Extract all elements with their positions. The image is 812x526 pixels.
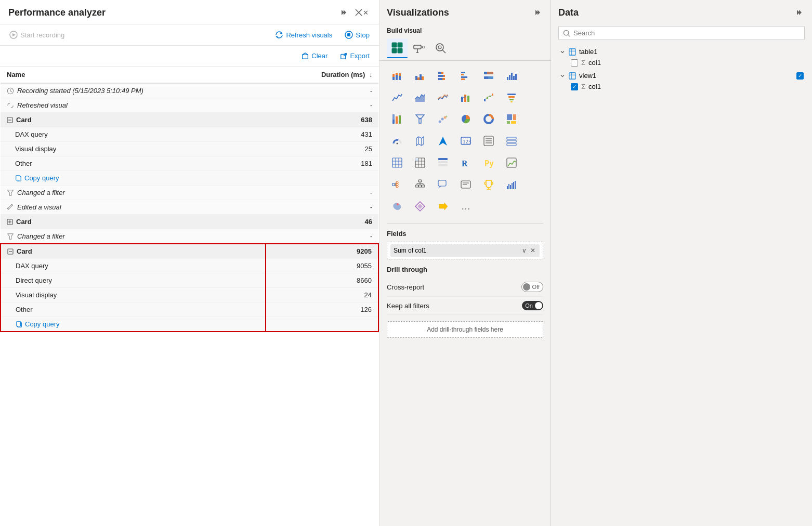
viz-trophy-btn[interactable] — [478, 174, 499, 195]
viz-arrow-right-btn[interactable] — [433, 196, 453, 217]
viz-filter-chart-btn[interactable] — [410, 109, 430, 129]
export-button[interactable]: Export — [336, 49, 374, 63]
viz-python-btn[interactable]: Py — [478, 152, 499, 173]
viz-arrow-up-btn[interactable] — [433, 130, 453, 151]
clear-button[interactable]: Clear — [297, 49, 332, 63]
viz-ribbon-btn[interactable] — [455, 87, 476, 108]
field-collapse-button[interactable]: ∨ — [521, 246, 528, 255]
svg-rect-61 — [507, 77, 508, 80]
row-name-cell: Card — [1, 215, 266, 229]
viz-tab-format[interactable] — [409, 39, 429, 58]
cross-report-toggle[interactable]: Off — [521, 282, 543, 292]
viz-matrix-btn[interactable] — [410, 152, 430, 173]
field-remove-button[interactable]: ✕ — [529, 246, 536, 255]
viz-treemap-btn[interactable] — [501, 109, 522, 129]
viz-table2-btn[interactable] — [433, 152, 453, 173]
svg-rect-64 — [513, 76, 515, 80]
viz-map2-btn[interactable] — [387, 196, 408, 217]
table-row-highlighted-parent[interactable]: Card 9205 — [1, 244, 378, 259]
keep-filters-toggle[interactable]: On — [522, 301, 543, 310]
viz-decomp-btn[interactable] — [387, 174, 408, 195]
viz-stacked-bar-btn[interactable] — [387, 65, 408, 86]
svg-line-8 — [344, 53, 346, 56]
stop-button[interactable]: Stop — [340, 28, 374, 42]
expand-viz-panel-button[interactable] — [531, 6, 543, 19]
viz-map-btn[interactable] — [410, 130, 430, 151]
checkbox-table1-col1[interactable] — [571, 59, 578, 67]
viz-donut-btn[interactable] — [478, 109, 499, 129]
svg-rect-84 — [399, 115, 401, 124]
col-duration-header[interactable]: Duration (ms) ↓ — [266, 67, 378, 83]
table-row[interactable]: Card 638 — [1, 113, 378, 127]
viz-slicer-btn[interactable] — [501, 130, 522, 151]
svg-rect-151 — [508, 184, 509, 189]
viz-tab-analytics[interactable] — [430, 39, 451, 58]
svg-rect-45 — [420, 74, 422, 80]
viz-tab-visual[interactable] — [387, 38, 408, 58]
expand-perf-panel-button[interactable] — [337, 6, 349, 19]
viz-pie-btn[interactable] — [455, 109, 476, 129]
svg-rect-62 — [509, 75, 510, 80]
viz-col-btn[interactable] — [387, 109, 408, 129]
svg-rect-67 — [461, 97, 463, 102]
tree-item-view1-col1[interactable]: Σ col1 — [558, 81, 805, 92]
copy-query-link[interactable]: Copy query — [15, 174, 259, 182]
row-name-cell: Changed a filter — [1, 186, 266, 200]
viz-more-btn[interactable]: … — [455, 196, 476, 217]
viz-org-chart-btn[interactable] — [410, 174, 430, 195]
viz-kpi-btn[interactable] — [501, 152, 522, 173]
viz-line-btn[interactable] — [387, 87, 408, 108]
svg-rect-54 — [461, 74, 464, 75]
field-chip-name: Sum of col1 — [394, 247, 426, 254]
viz-stacked-bar-h-btn[interactable] — [433, 65, 453, 86]
viz-smart-narr-btn[interactable] — [455, 174, 476, 195]
fields-drop-area[interactable]: Sum of col1 ∨ ✕ — [387, 242, 543, 259]
row-duration-cell: - — [266, 186, 378, 200]
svg-rect-52 — [442, 78, 445, 80]
search-input[interactable] — [573, 29, 800, 37]
viz-area-btn[interactable] — [410, 87, 430, 108]
viz-stacked-100-btn[interactable] — [478, 65, 499, 86]
svg-rect-162 — [569, 48, 575, 55]
viz-bar-small-btn[interactable] — [501, 174, 522, 195]
add-drillthrough-button[interactable]: Add drill-through fields here — [387, 321, 543, 338]
viz-clustered-bar-btn[interactable] — [410, 65, 430, 86]
tree-item-table1[interactable]: table1 — [558, 46, 805, 57]
refresh-visuals-label: Refresh visuals — [286, 31, 332, 39]
viz-number-btn[interactable] — [478, 130, 499, 151]
svg-point-133 — [396, 186, 398, 188]
checkbox-view1[interactable] — [796, 72, 804, 80]
svg-rect-49 — [438, 75, 443, 77]
table-row[interactable]: Card 46 — [1, 215, 378, 229]
refresh-visuals-button[interactable]: Refresh visuals — [271, 28, 336, 42]
svg-rect-108 — [507, 140, 516, 142]
tree-item-table1-col1[interactable]: Σ col1 — [558, 57, 805, 68]
viz-funnel-btn[interactable] — [501, 87, 522, 108]
viz-waterfall-btn[interactable] — [478, 87, 499, 108]
viz-table-btn[interactable] — [387, 152, 408, 173]
svg-rect-121 — [438, 158, 448, 160]
viz-diamond-btn[interactable] — [410, 196, 430, 217]
viz-gauge-btn[interactable] — [387, 130, 408, 151]
viz-r-script-btn[interactable]: R — [455, 152, 476, 173]
row-copyquery-cell: Copy query — [1, 171, 266, 186]
table-row-highlighted-copyquery: Copy query — [1, 317, 378, 332]
viz-clustered-bar-h-btn[interactable] — [455, 65, 476, 86]
viz-scatter-btn[interactable] — [433, 109, 453, 129]
viz-bar2-btn[interactable] — [501, 65, 522, 86]
viz-chat-btn[interactable] — [433, 174, 453, 195]
table-row: Changed a filter - — [1, 186, 378, 200]
close-perf-panel-button[interactable]: ✕ — [352, 6, 371, 19]
row-duration-cell: - — [266, 83, 378, 98]
expand-data-panel-button[interactable] — [792, 6, 805, 19]
checkbox-view1-col1[interactable] — [571, 83, 578, 90]
start-recording-button[interactable]: Start recording — [5, 28, 69, 42]
viz-multi-line-btn[interactable] — [433, 87, 453, 108]
row-name-cell: Other — [1, 303, 266, 317]
viz-card-num-btn[interactable]: 123 — [455, 130, 476, 151]
tree-item-view1[interactable]: view1 — [558, 70, 805, 81]
svg-rect-80 — [510, 101, 513, 102]
svg-rect-26 — [398, 43, 402, 47]
copy-query-link-hl[interactable]: Copy query — [16, 320, 259, 328]
svg-rect-44 — [417, 77, 420, 80]
